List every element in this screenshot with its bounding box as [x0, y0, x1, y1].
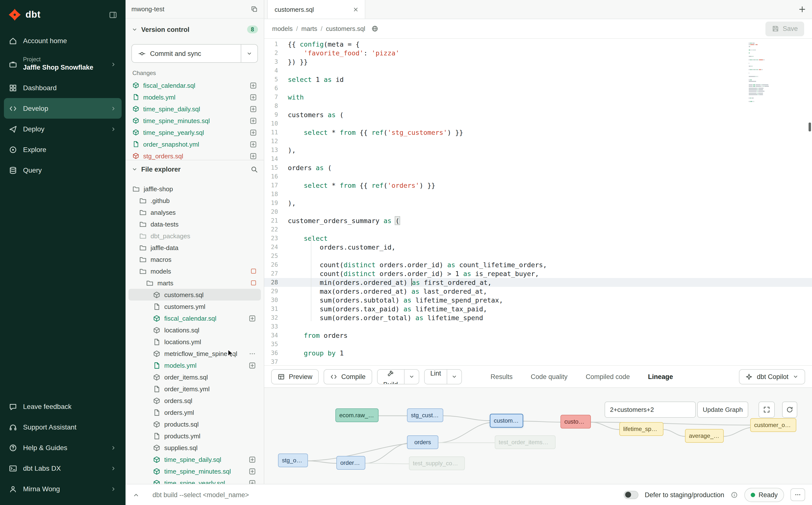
lineage-node-customers[interactable]: customers: [490, 414, 523, 428]
build-options-button[interactable]: [404, 369, 419, 384]
status-ready-pill[interactable]: Ready: [744, 488, 784, 502]
tree-item-products-yml[interactable]: products.yml: [129, 430, 261, 442]
change-item-fiscal-calendar-sql[interactable]: fiscal_calendar.sql: [130, 79, 260, 91]
breadcrumb-marts[interactable]: marts: [301, 25, 317, 32]
defer-toggle[interactable]: [624, 491, 638, 499]
stage-change-icon[interactable]: [249, 456, 256, 463]
lineage-node-stg-orders[interactable]: stg_orders: [278, 454, 308, 467]
commit-and-sync-button[interactable]: Commit and sync: [131, 44, 258, 63]
tree-item-customers-yml[interactable]: customers.yml: [129, 301, 261, 312]
tree-item-models[interactable]: models: [129, 265, 261, 277]
build-button[interactable]: Build: [377, 369, 404, 384]
sidebar-item-leave-feedback[interactable]: Leave feedback: [4, 396, 122, 417]
compile-button[interactable]: Compile: [324, 369, 372, 384]
file-explorer-header[interactable]: File explorer: [126, 162, 264, 176]
tree-item-order-items-sql[interactable]: order_items.sql: [129, 371, 261, 383]
change-item-time-spine-yearly-sql[interactable]: time_spine_yearly.sql: [130, 127, 260, 138]
stage-change-icon[interactable]: [250, 94, 257, 101]
refresh-graph-button[interactable]: [782, 401, 797, 418]
stage-change-icon[interactable]: [250, 81, 257, 89]
lineage-node-order-it[interactable]: order_it…: [336, 456, 365, 470]
tree-item-fiscal-calendar-sql[interactable]: fiscal_calendar.sql: [129, 312, 261, 324]
tab-lineage[interactable]: Lineage: [648, 373, 673, 380]
file-options-icon[interactable]: [249, 350, 256, 357]
tree-item-time-spine-minutes-sql[interactable]: time_spine_minutes.sql: [129, 465, 261, 477]
lineage-node-test-order-items-com[interactable]: test_order_items_com…: [495, 436, 555, 449]
sidebar-item-account-home[interactable]: Account home: [4, 30, 122, 51]
breadcrumb-file[interactable]: customers.sql: [326, 25, 365, 32]
change-item-time-spine-daily-sql[interactable]: time_spine_daily.sql: [130, 103, 260, 115]
lineage-node-average-ord[interactable]: average_ord…: [685, 429, 724, 443]
stage-change-icon[interactable]: [249, 315, 256, 322]
tab-results[interactable]: Results: [491, 373, 513, 380]
update-graph-button[interactable]: Update Graph: [697, 401, 748, 418]
tree-item-marts[interactable]: marts: [129, 277, 261, 289]
tree-item-jaffle-data[interactable]: jaffle-data: [129, 242, 261, 254]
tree-item-customers-sql[interactable]: customers.sql: [129, 289, 261, 301]
change-item-stg-orders-sql[interactable]: stg_orders.sql: [130, 150, 260, 160]
editor-scrollbar[interactable]: [809, 123, 811, 131]
tree-item-data-tests[interactable]: data-tests: [129, 218, 261, 230]
stage-change-icon[interactable]: [250, 105, 257, 113]
stage-change-icon[interactable]: [250, 141, 257, 148]
lineage-node-lifetime-spen[interactable]: lifetime_spen…: [619, 422, 663, 436]
fullscreen-button[interactable]: [759, 401, 775, 418]
more-options-button[interactable]: [790, 488, 805, 501]
info-icon[interactable]: [730, 491, 738, 498]
code-lines[interactable]: 1{{ config(meta = {2 'favorite_food': 'p…: [264, 39, 812, 365]
save-button[interactable]: Save: [766, 21, 804, 36]
tab-customers-sql[interactable]: customers.sql: [267, 0, 365, 19]
command-hint[interactable]: dbt build --select <model_name>: [153, 491, 249, 498]
dbt-copilot-button[interactable]: dbt Copilot: [739, 369, 805, 384]
sidebar-item-deploy[interactable]: Deploy: [4, 119, 122, 139]
commit-options-button[interactable]: [241, 45, 258, 62]
sidebar-item-develop[interactable]: Develop: [4, 98, 122, 119]
tab-compiled-code[interactable]: Compiled code: [586, 373, 630, 380]
sidebar-item-help-guides[interactable]: Help & Guides: [4, 437, 122, 458]
commit-main[interactable]: Commit and sync: [132, 45, 241, 62]
code-editor[interactable]: 1{{ config(meta = {2 'favorite_food': 'p…: [264, 39, 812, 365]
tab-code-quality[interactable]: Code quality: [531, 373, 567, 380]
lineage-node-ecom-raw-cu[interactable]: ecom.raw_cu…: [335, 408, 378, 422]
copy-icon[interactable]: [251, 5, 258, 13]
lineage-node-stg-custo[interactable]: stg_custo…: [407, 408, 443, 422]
tree-item-macros[interactable]: macros: [129, 254, 261, 265]
tree-item-orders-sql[interactable]: orders.sql: [129, 395, 261, 406]
tree-item-metricflow-time-spine-sql[interactable]: metricflow_time_spine.sql: [129, 348, 261, 359]
version-control-header[interactable]: Version control 8: [126, 23, 264, 36]
tree-item-order-items-yml[interactable]: order_items.yml: [129, 383, 261, 395]
tree-item-locations-yml[interactable]: locations.yml: [129, 336, 261, 348]
change-item-time-spine-minutes-sql[interactable]: time_spine_minutes.sql: [130, 115, 260, 127]
stage-change-icon[interactable]: [249, 468, 256, 475]
stage-change-icon[interactable]: [249, 479, 256, 484]
change-item-order-snapshot-yml[interactable]: order_snapshot.yml: [130, 138, 260, 150]
preview-button[interactable]: Preview: [271, 369, 319, 384]
tree-item-orders-yml[interactable]: orders.yml: [129, 406, 261, 418]
tree-item-time-spine-yearly-sql[interactable]: time_spine_yearly.sql: [129, 477, 261, 484]
minimap[interactable]: [749, 43, 779, 104]
tree-item-locations-sql[interactable]: locations.sql: [129, 324, 261, 336]
lint-options-button[interactable]: [447, 369, 462, 384]
stage-change-icon[interactable]: [250, 117, 257, 124]
sidebar-item-query[interactable]: Query: [4, 160, 122, 180]
sidebar-item-mirna-wong[interactable]: Mirna Wong: [4, 479, 122, 499]
expand-panel-icon[interactable]: [132, 491, 140, 498]
tree-item-supplies-sql[interactable]: supplies.sql: [129, 442, 261, 454]
stage-change-icon[interactable]: [249, 362, 256, 369]
collapse-sidebar-icon[interactable]: [109, 11, 117, 19]
sidebar-item-explore[interactable]: Explore: [4, 139, 122, 160]
tree-item-models-yml[interactable]: models.yml: [129, 359, 261, 371]
docs-icon[interactable]: [371, 25, 378, 32]
lineage-node-custom[interactable]: custom…: [560, 415, 591, 429]
stage-change-icon[interactable]: [250, 129, 257, 136]
change-item-models-yml[interactable]: models.yml: [130, 91, 260, 103]
search-icon[interactable]: [251, 165, 258, 173]
lint-button[interactable]: Lint: [425, 369, 447, 384]
lineage-node-orders[interactable]: orders: [407, 436, 438, 449]
tree-item-analyses[interactable]: analyses: [129, 206, 261, 218]
stage-change-icon[interactable]: [250, 152, 257, 160]
sidebar-item-dbt-labs-dx[interactable]: dbt Labs DX: [4, 458, 122, 479]
close-tab-icon[interactable]: [352, 6, 359, 12]
lineage-search-input[interactable]: [605, 401, 696, 418]
tree-item-github[interactable]: .github: [129, 195, 261, 206]
